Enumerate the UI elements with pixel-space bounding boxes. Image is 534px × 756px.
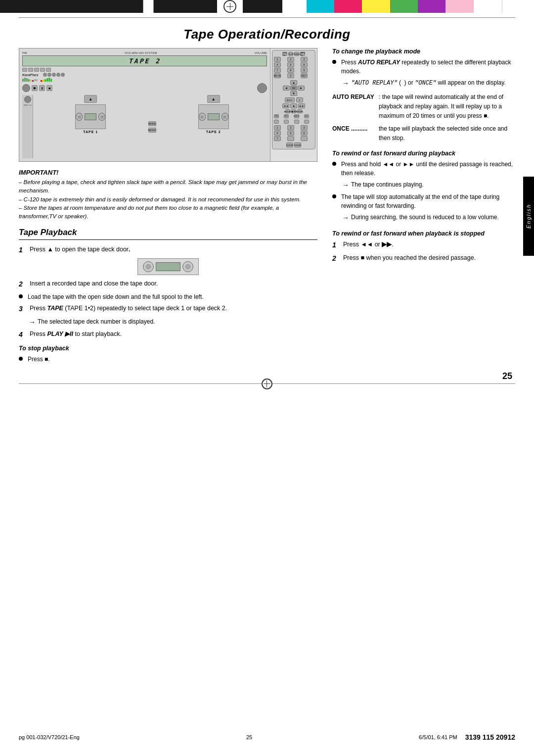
step-4-num: 4 xyxy=(19,330,27,340)
footer-right: 6/5/01, 6:41 PM 3139 115 20912 xyxy=(419,733,515,741)
rewind-during-title: To rewind or fast forward during playbac… xyxy=(332,150,515,157)
important-text: – Before playing a tape, check and tight… xyxy=(19,178,317,221)
rewind-during-section: To rewind or fast forward during playbac… xyxy=(332,150,515,223)
rewind-arrow-1: → The tape continues playing. xyxy=(342,180,515,190)
remote-body: VCD 1/2 SLIP TUNER TAPE 1/2 1 2 3 4 5 6 … xyxy=(272,50,315,149)
important-line-1: – Before playing a tape, check and tight… xyxy=(19,178,317,195)
stop-bullet: Press ■. xyxy=(19,355,317,364)
tape-section-1: ▲ TAPE 1 xyxy=(37,95,144,158)
rewind-dot-2 xyxy=(332,194,336,198)
auto-replay-definition: AUTO REPLAY : the tape will rewind autom… xyxy=(332,93,515,121)
bullet-dot xyxy=(19,294,23,298)
change-playback-section: To change the playback mode Press AUTO R… xyxy=(332,48,515,143)
right-column: To change the playback mode Press AUTO R… xyxy=(327,48,515,366)
tape-playback-section: Tape Playback 1 Press ▲ to open the tape… xyxy=(19,228,317,364)
page-title: Tape Operation/Recording xyxy=(0,27,534,42)
crosshair-circle xyxy=(223,0,236,13)
bottom-divider xyxy=(19,383,515,388)
footer-date: 6/5/01, 6:41 PM xyxy=(419,734,457,740)
step-2: 2 Insert a recorded tape and close the t… xyxy=(19,279,317,289)
device-main-unit: PW VCD MINI HiFi SYSTEM VOLUME TAPE 2 Ka… xyxy=(19,48,270,161)
device-remote: VCD 1/2 SLIP TUNER TAPE 1/2 1 2 3 4 5 6 … xyxy=(270,48,317,161)
color-bar-top xyxy=(0,0,534,13)
important-line-3: – Store the tapes at room temperature an… xyxy=(19,204,317,221)
english-sidebar: English xyxy=(523,177,534,256)
page-number: 25 xyxy=(502,371,512,381)
rewind-bullet-2: The tape will stop automatically at the … xyxy=(332,192,515,210)
important-line-2: – C-120 tape is extremely thin and is ea… xyxy=(19,195,317,204)
rewind-stopped-section: To rewind or fast forward when playback … xyxy=(332,230,515,264)
english-label: English xyxy=(526,204,532,229)
footer-code: 3139 115 20912 xyxy=(465,733,515,741)
bullet-load-tape: Load the tape with the open side down an… xyxy=(19,292,317,301)
rewind-bullet-1: Press and hold ◄◄ or ►► until the desire… xyxy=(332,160,515,178)
device-image: PW VCD MINI HiFi SYSTEM VOLUME TAPE 2 Ka… xyxy=(19,48,317,162)
tape-diagram xyxy=(19,258,317,275)
auto-replay-arrow: → "AUTO REPLAY" ( ) or "ONCE" will appea… xyxy=(342,78,515,89)
step-2-num: 2 xyxy=(19,279,27,289)
eject-button-2[interactable]: ▲ xyxy=(207,95,220,103)
arrow-icon-4: → xyxy=(342,213,349,223)
stop-bullet-dot xyxy=(19,357,23,361)
stop-playback-section: To stop playback Press ■. xyxy=(19,345,317,364)
tape-playback-title: Tape Playback xyxy=(19,228,317,240)
eject-button-1[interactable]: ▲ xyxy=(84,95,97,103)
once-definition: ONCE .......... the tape will playback t… xyxy=(332,124,515,143)
important-title: IMPORTANT! xyxy=(19,169,317,176)
bottom-crosshair xyxy=(262,378,272,389)
stopped-step-2-num: 2 xyxy=(332,253,340,264)
rewind-arrow-2: → During searching, the sound is reduced… xyxy=(342,213,515,223)
arrow-tape-selected: → The selected tape deck number is displ… xyxy=(29,317,317,328)
left-column: PW VCD MINI HiFi SYSTEM VOLUME TAPE 2 Ka… xyxy=(19,48,327,366)
arrow-icon-2: → xyxy=(342,78,349,89)
auto-replay-bullet: Press AUTO REPLAY repeatedly to select t… xyxy=(332,58,515,76)
stopped-step-2: 2 Press ■ when you reached the desired p… xyxy=(332,253,515,264)
step-4: 4 Press PLAY ▶II to start playback. xyxy=(19,330,317,340)
important-section: IMPORTANT! – Before playing a tape, chec… xyxy=(19,169,317,221)
arrow-icon-1: → xyxy=(29,317,36,328)
bar-divider xyxy=(19,14,515,18)
step-3-num: 3 xyxy=(19,304,27,314)
page-footer: pg 001-032/V720/21-Eng 25 6/5/01, 6:41 P… xyxy=(0,733,534,741)
footer-left: pg 001-032/V720/21-Eng xyxy=(19,734,80,740)
footer-center: 25 xyxy=(246,734,252,740)
tape-section-2: ▲ TAPE 2 xyxy=(160,95,267,158)
auto-replay-dot xyxy=(332,60,336,64)
rewind-stopped-title: To rewind or fast forward when playback … xyxy=(332,230,515,237)
step-1-num: 1 xyxy=(19,245,27,255)
change-playback-title: To change the playback mode xyxy=(332,48,515,55)
stopped-step-1: 1 Press ◄◄ or ▶▶. xyxy=(332,240,515,250)
arrow-icon-3: → xyxy=(342,180,349,190)
stopped-step-1-num: 1 xyxy=(332,240,340,250)
step-3: 3 Press TAPE (TAPE 1•2) repeatedly to se… xyxy=(19,304,317,314)
rewind-dot-1 xyxy=(332,162,336,166)
step-1: 1 Press ▲ to open the tape deck door. xyxy=(19,245,317,255)
stop-playback-title: To stop playback xyxy=(19,345,317,352)
